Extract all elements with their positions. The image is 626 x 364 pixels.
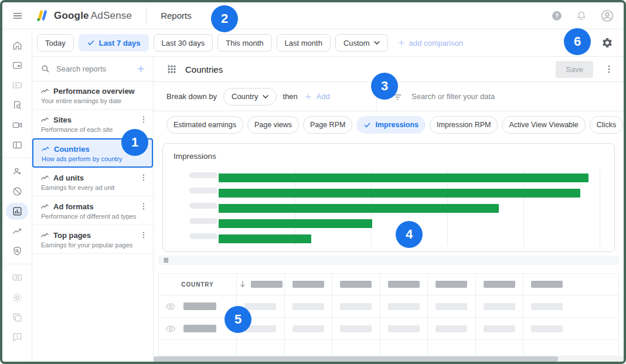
rail-auto-ads-icon[interactable] [2, 75, 32, 95]
add-comparison-button[interactable]: add comparison [397, 39, 464, 47]
search-reports-input[interactable] [56, 64, 130, 73]
drag-lines-icon [162, 256, 171, 264]
eye-icon[interactable] [165, 301, 176, 312]
chart-resize-handle[interactable] [158, 256, 619, 265]
header-placeholder [388, 281, 420, 288]
sidebar-item-ad-formats[interactable]: Ad formats Performance of different ad t… [32, 196, 153, 225]
sidebar-item-subtitle: Earnings for every ad unit [40, 184, 148, 191]
callout-badge-6: 6 [564, 28, 591, 55]
metric-chip-impressions-selected[interactable]: Impressions [356, 116, 426, 134]
category-label-placeholder [189, 233, 217, 239]
rail-users-icon[interactable] [2, 161, 32, 181]
date-chip-custom[interactable]: Custom [335, 34, 388, 52]
sidebar-item-title: Top pages [53, 231, 135, 240]
item-menu-icon[interactable] [139, 230, 148, 240]
metric-chip-label: Impression RPM [437, 121, 491, 129]
sort-descending-icon[interactable] [239, 280, 247, 288]
header-placeholder [340, 281, 372, 288]
metric-chip-clicks[interactable]: Clicks [590, 116, 623, 134]
metric-column-header[interactable] [284, 274, 332, 295]
account-icon[interactable] [600, 9, 614, 23]
header-placeholder [251, 281, 283, 288]
rail-home-icon[interactable] [2, 35, 32, 55]
date-chip-last-month[interactable]: Last month [277, 34, 331, 52]
metric-column-header[interactable] [332, 274, 380, 295]
metric-column-header[interactable] [523, 274, 571, 295]
date-chip-last-7-days-selected[interactable]: Last 7 days [79, 34, 149, 52]
help-icon[interactable]: ? [551, 10, 563, 22]
cell-placeholder [484, 303, 515, 310]
sidebar-item-ad-units[interactable]: Ad units Earnings for every ad unit [32, 168, 153, 196]
dimension-select[interactable]: Country [223, 88, 277, 106]
report-menu-icon[interactable] [604, 64, 614, 74]
metric-chip-active-view-viewable[interactable]: Active View Viewable [502, 116, 585, 134]
rail-blocking-controls-icon[interactable] [2, 181, 32, 201]
header-placeholder [436, 281, 467, 288]
metric-column-header-sorted[interactable] [236, 274, 284, 295]
chart-bar[interactable] [219, 234, 311, 243]
add-breakdown-button[interactable]: Add [304, 92, 330, 101]
rail-reports-icon-selected[interactable] [2, 201, 32, 221]
rail-settings-icon[interactable] [2, 287, 32, 307]
rail-feedback-icon[interactable] [2, 327, 32, 347]
report-search-row [32, 57, 153, 81]
left-navigation-rail [2, 29, 32, 362]
date-chip-today[interactable]: Today [37, 34, 74, 52]
metric-column-header[interactable] [380, 274, 428, 295]
callout-badge-4: 4 [396, 221, 423, 248]
brand-google: Google [54, 10, 89, 21]
metric-chip-estimated-earnings[interactable]: Estimated earnings [166, 116, 243, 134]
sidebar-item-top-pages[interactable]: Top pages Earnings for your popular page… [32, 225, 153, 254]
cell-placeholder [340, 303, 372, 310]
rail-payments-icon[interactable] [2, 267, 32, 287]
metric-chip-label: Active View Viewable [509, 121, 578, 129]
metric-column-header[interactable] [475, 274, 523, 295]
chart-bar[interactable] [219, 219, 372, 228]
sidebar-item-title: Ad units [53, 174, 135, 182]
report-settings-gear-icon[interactable] [601, 37, 613, 49]
report-line-icon [40, 174, 49, 182]
scrollbar-thumb[interactable] [154, 356, 558, 362]
rail-sites-icon[interactable] [2, 95, 32, 115]
rail-policy-center-icon[interactable] [2, 241, 32, 261]
item-menu-icon[interactable] [139, 115, 148, 124]
eye-icon[interactable] [165, 324, 176, 334]
item-menu-icon[interactable] [139, 202, 148, 211]
date-chip-last-30-days[interactable]: Last 30 days [154, 34, 213, 52]
date-chip-label: Last 30 days [162, 39, 205, 47]
item-menu-icon[interactable] [139, 173, 148, 182]
table-empty-row [159, 339, 618, 356]
rail-video-icon[interactable] [2, 115, 32, 135]
rail-ads-icon[interactable] [2, 55, 32, 75]
app-window: GoogleAdSense Reports ? [0, 0, 626, 364]
notifications-icon[interactable] [576, 10, 587, 22]
sidebar-item-performance-overview[interactable]: Performance overview Your entire earning… [32, 81, 153, 110]
bar-chart [173, 171, 604, 246]
rail-layout-icon[interactable] [2, 135, 32, 155]
table-header-row: COUNTRY [159, 274, 618, 295]
rail-optimization-icon[interactable] [2, 221, 32, 241]
plus-icon [397, 39, 406, 47]
metric-column-header[interactable] [427, 274, 475, 295]
save-button[interactable]: Save [556, 61, 593, 78]
add-report-icon[interactable] [136, 64, 146, 74]
horizontal-scrollbar[interactable] [154, 356, 624, 362]
callout-badge-1: 1 [121, 129, 148, 156]
rail-collection-icon[interactable] [2, 307, 32, 327]
metric-chip-page-rpm[interactable]: Page RPM [303, 116, 352, 134]
metric-chip-impression-rpm[interactable]: Impression RPM [430, 116, 498, 134]
chart-bar[interactable] [219, 189, 580, 198]
date-chip-this-month[interactable]: This month [217, 34, 271, 52]
chart-bar[interactable] [219, 174, 588, 182]
metric-chip-page-views[interactable]: Page views [247, 116, 299, 134]
country-column-header[interactable]: COUNTRY [181, 281, 213, 288]
filter-search-input[interactable]: Search or filter your data [411, 92, 495, 101]
report-line-icon [41, 145, 50, 154]
hamburger-menu-icon[interactable] [12, 10, 23, 22]
brand-adsense: AdSense [91, 10, 132, 21]
drag-grid-icon[interactable] [166, 64, 177, 74]
chart-bar[interactable] [219, 204, 499, 213]
country-name-placeholder [183, 325, 216, 332]
top-app-bar: GoogleAdSense Reports ? [2, 2, 624, 29]
rail-divider [2, 264, 32, 264]
